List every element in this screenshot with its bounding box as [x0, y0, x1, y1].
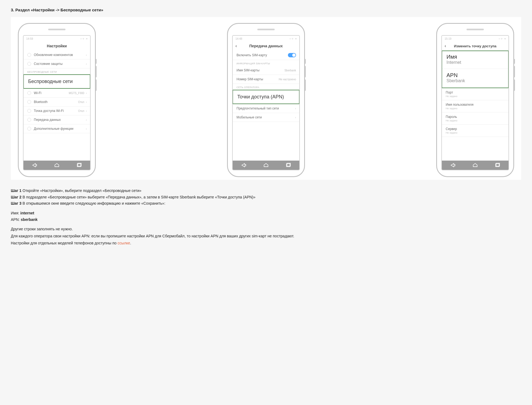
note-other-rows: Другие строки заполнять не нужно.: [11, 226, 330, 232]
step-1: Шаг 1 Откройте «Настройки», выберите под…: [11, 188, 330, 194]
status-bar: 14:48 ⋯ ᯤ ▭: [233, 36, 299, 41]
row-pref-network[interactable]: Предпочтительный тип сети›: [233, 104, 299, 113]
back-chevron-icon[interactable]: ‹: [445, 44, 446, 48]
row-mobile-net[interactable]: Мобильные сети›: [233, 113, 299, 122]
field-name-label: Имя: [442, 52, 508, 60]
back-icon[interactable]: [241, 162, 247, 168]
recent-icon[interactable]: [76, 162, 82, 168]
step-2: Шаг 2 В подразделе «Беспроводные сети» в…: [11, 194, 330, 200]
instructions-block: Шаг 1 Откройте «Настройки», выберите под…: [11, 188, 330, 246]
highlight-wireless[interactable]: Беспроводные сети: [23, 74, 90, 89]
phone-mockup-1: 14:59 ⋯ ᯤ ▭ Настройки Обновление компоне…: [18, 23, 96, 177]
android-nav-bar: [24, 161, 90, 170]
screen-title: ‹ Изменить точку доступа: [442, 41, 508, 51]
status-icons: ⋯ ᯤ ▭: [290, 37, 297, 40]
field-apn-label: APN: [442, 71, 508, 78]
value-apn: APN: sberbank: [11, 217, 330, 223]
phone-mockup-2: 14:48 ⋯ ᯤ ▭ ‹ Передача данных Включить S…: [227, 23, 305, 177]
status-bar: 14:59 ⋯ ᯤ ▭: [24, 36, 90, 41]
row-hotspot[interactable]: Точка доступа Wi-FiОткл›: [24, 107, 90, 115]
row-wifi[interactable]: Wi-FiMGTS_F900›: [24, 89, 90, 98]
row-sim-toggle[interactable]: Включить SIM-карту: [233, 51, 299, 60]
status-time: 14:48: [235, 37, 242, 40]
highlight-apn-fields: Имя Internet APN Sberbank: [442, 51, 509, 88]
row-bluetooth[interactable]: BluetoothОткл›: [24, 98, 90, 107]
section-wireless-label: БЕСПРОВОДНЫЕ СЕТИ: [24, 68, 90, 74]
highlight-wireless-text: Беспроводные сети: [24, 75, 90, 88]
row-update[interactable]: Обновление компонентов›: [24, 51, 90, 59]
back-icon[interactable]: [450, 162, 456, 168]
section-operator-label: СЕТЬ ОПЕРАТОРА: [233, 84, 299, 90]
section-siminfo-label: ИНФОРМАЦИЯ SIM-КАРТЫ: [233, 60, 299, 66]
phones-row: 14:59 ⋯ ᯤ ▭ Настройки Обновление компоне…: [11, 17, 521, 180]
recent-icon[interactable]: [285, 162, 291, 168]
status-bar: 15:19 ⋯ ᯤ ▭: [442, 36, 508, 41]
note-link: Настройки для отдельных моделей телефоно…: [11, 240, 330, 246]
back-icon[interactable]: [32, 162, 38, 168]
field-apn-value[interactable]: Sberbank: [442, 78, 508, 85]
android-nav-bar: [442, 161, 508, 170]
row-port[interactable]: ПортНе задано: [442, 88, 508, 100]
highlight-apn[interactable]: Точки доступа (APN): [232, 90, 300, 104]
row-username[interactable]: Имя пользователяНе задано: [442, 100, 508, 112]
step-3: Шаг 3 В открывшемся окне введите следующ…: [11, 201, 330, 207]
recent-icon[interactable]: [494, 162, 500, 168]
note-operators: Для каждого оператора свои настройки APN…: [11, 233, 330, 239]
models-link[interactable]: ссылке: [117, 241, 130, 245]
screen-title: Настройки: [24, 41, 90, 51]
toggle-on-icon[interactable]: [288, 53, 296, 57]
back-chevron-icon[interactable]: ‹: [235, 44, 237, 48]
phone-mockup-3: 15:19 ⋯ ᯤ ▭ ‹ Изменить точку доступа Имя…: [436, 23, 514, 177]
row-more[interactable]: Дополнительные функции›: [24, 124, 90, 133]
row-data[interactable]: Передача данных›: [24, 115, 90, 124]
home-icon[interactable]: [472, 162, 478, 168]
android-nav-bar: [233, 161, 299, 170]
row-server[interactable]: СерверНе задано: [442, 125, 508, 137]
field-name-value[interactable]: Internet: [442, 60, 508, 67]
screen-title: ‹ Передача данных: [233, 41, 299, 51]
section-heading: 3. Раздел «Настройки -> Беспроводные сет…: [11, 8, 521, 12]
home-icon[interactable]: [263, 162, 269, 168]
row-password[interactable]: ПарольНе задано: [442, 112, 508, 125]
highlight-apn-text: Точки доступа (APN): [233, 90, 299, 104]
value-name: Имя: internet: [11, 210, 330, 216]
status-time: 14:59: [26, 37, 33, 40]
row-sim-name[interactable]: Имя SIM-картыSberbank: [233, 66, 299, 75]
home-icon[interactable]: [54, 162, 60, 168]
status-time: 15:19: [445, 37, 451, 40]
row-sim-number[interactable]: Номер SIM-картыНе настроено: [233, 75, 299, 84]
status-icons: ⋯ ᯤ ▭: [499, 37, 506, 40]
row-security[interactable]: Состояние защиты›: [24, 59, 90, 68]
status-icons: ⋯ ᯤ ▭: [80, 37, 87, 40]
